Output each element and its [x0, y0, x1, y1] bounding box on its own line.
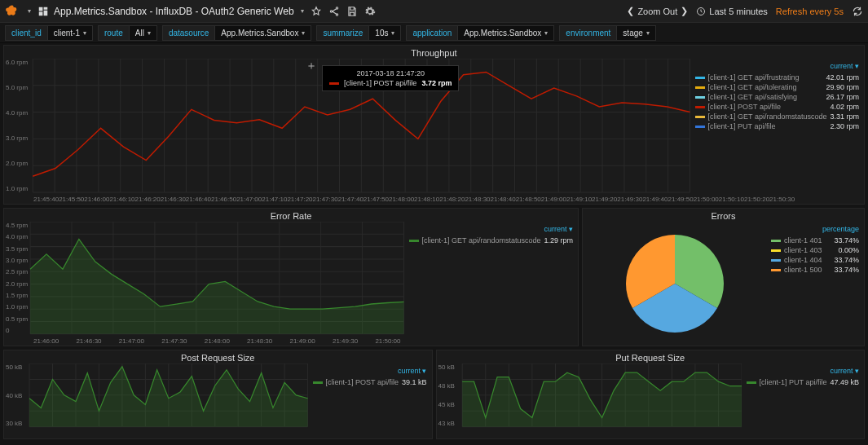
legend-swatch [695, 77, 705, 79]
grafana-logo[interactable] [5, 4, 20, 19]
panel-title[interactable]: Put Request Size [437, 350, 865, 363]
legend-value: 33.74% [834, 236, 859, 245]
clock-icon [696, 7, 706, 16]
legend-swatch [747, 381, 756, 384]
legend-value: 2.30 rpm [830, 122, 859, 130]
var-datasource[interactable]: datasource App.Metrics.Sandbox▾ [162, 25, 312, 41]
error-rate-chart[interactable]: 4.5 rpm4.0 rpm3.5 rpm3.0 rpm2.5 rpm2.0 r… [4, 222, 404, 346]
var-value: stage▾ [616, 25, 655, 41]
legend-item[interactable]: client-1 401 33.74% [771, 236, 859, 245]
legend-value: 4.02 rpm [830, 103, 859, 111]
panel-post-size: Post Request Size 50 kB40 kB30 kB curren… [3, 350, 433, 439]
legend-item[interactable]: [client-1] GET api/tolerating 29.90 rpm [695, 82, 859, 92]
legend-name: [client-1] PUT api/file [708, 122, 827, 130]
legend-value: 47.49 kB [830, 378, 859, 386]
refresh-icon[interactable] [852, 6, 863, 17]
legend-value: 3.31 rpm [830, 112, 859, 121]
legend-item[interactable]: [client-1] GET api/randomstatuscode 1.29… [409, 236, 573, 245]
var-client_id[interactable]: client_id client-1▾ [5, 25, 93, 41]
post-size-legend: current ▾ [client-1] POST api/file 39.1 … [308, 363, 432, 438]
legend-value: 39.1 kB [402, 378, 427, 386]
legend-item[interactable]: client-1 403 0.00% [771, 245, 859, 255]
panel-put-size: Put Request Size 50 kB48 kB45 kB43 kB cu… [436, 350, 866, 439]
time-forward-button[interactable]: ❯ [681, 6, 688, 16]
var-route[interactable]: route All▾ [98, 25, 157, 41]
legend-header[interactable]: current ▾ [409, 225, 573, 233]
legend-name: client-1 403 [784, 246, 835, 254]
legend-name: [client-1] PUT api/file [760, 378, 827, 386]
errors-legend: percentage client-1 401 33.74% client-1 … [766, 222, 864, 346]
legend-name: [client-1] POST api/file [708, 103, 827, 111]
legend-name: [client-1] GET api/satisfying [708, 93, 823, 101]
put-size-chart[interactable]: 50 kB48 kB45 kB43 kB [437, 363, 742, 438]
legend-name: client-1 500 [784, 266, 831, 274]
legend-item[interactable]: [client-1] GET api/randomstatuscode 3.31… [695, 112, 859, 121]
panel-title[interactable]: Error Rate [4, 209, 578, 222]
legend-item[interactable]: [client-1] GET api/satisfying 26.17 rpm [695, 92, 859, 102]
legend-header[interactable]: percentage [771, 225, 859, 233]
timerange-label: Last 5 minutes [709, 7, 768, 16]
legend-swatch [695, 126, 705, 128]
var-value: App.Metrics.Sandbox▾ [457, 25, 554, 41]
legend-swatch [695, 116, 705, 118]
legend-name: [client-1] GET api/tolerating [708, 83, 823, 91]
legend-name: client-1 401 [784, 236, 831, 245]
throughput-chart[interactable]: 6.0 rpm5.0 rpm4.0 rpm3.0 rpm2.0 rpm1.0 r… [4, 59, 690, 204]
title-caret-icon: ▾ [301, 7, 304, 15]
panel-title[interactable]: Errors [583, 209, 864, 222]
legend-item[interactable]: [client-1] GET api/frustrating 42.01 rpm [695, 73, 859, 82]
refresh-picker[interactable]: Refresh every 5s [776, 7, 844, 16]
legend-value: 0.00% [838, 246, 859, 254]
throughput-legend: current ▾ [client-1] GET api/frustrating… [690, 59, 864, 204]
menu-caret-icon[interactable]: ▾ [28, 7, 31, 15]
var-value: 10s▾ [368, 25, 401, 41]
gear-icon[interactable] [364, 6, 376, 17]
legend-value: 29.90 rpm [826, 83, 859, 91]
legend-value: 26.17 rpm [826, 93, 859, 101]
legend-item[interactable]: client-1 404 33.74% [771, 255, 859, 265]
panel-title[interactable]: Post Request Size [4, 350, 432, 363]
legend-header[interactable]: current ▾ [695, 62, 859, 70]
timerange-picker[interactable]: Last 5 minutes [696, 7, 768, 16]
zoom-out-button[interactable]: Zoom Out [637, 7, 677, 16]
legend-header[interactable]: current ▾ [747, 367, 859, 375]
legend-name: [client-1] POST api/file [326, 378, 399, 386]
var-application[interactable]: application App.Metrics.Sandbox▾ [406, 25, 554, 41]
var-value: App.Metrics.Sandbox▾ [214, 25, 311, 41]
var-label: application [406, 25, 457, 41]
legend-swatch [695, 86, 705, 89]
legend-item[interactable]: client-1 500 33.74% [771, 265, 859, 275]
post-size-chart[interactable]: 50 kB40 kB30 kB [4, 363, 308, 438]
topbar: ▾ App.Metrics.Sandbox - InfluxDB - OAuth… [0, 0, 868, 23]
var-value: All▾ [129, 25, 157, 41]
var-summarize[interactable]: summarize 10s▾ [316, 25, 401, 41]
legend-swatch [409, 240, 419, 242]
legend-item[interactable]: [client-1] PUT api/file 2.30 rpm [695, 121, 859, 131]
legend-item[interactable]: [client-1] POST api/file 39.1 kB [313, 377, 427, 387]
legend-value: 33.74% [834, 266, 859, 274]
save-icon[interactable] [346, 6, 358, 17]
legend-swatch [313, 381, 323, 384]
time-back-button[interactable]: ❮ [627, 6, 634, 16]
panel-throughput: Throughput 6.0 rpm5.0 rpm4.0 rpm3.0 rpm2… [3, 45, 865, 205]
legend-swatch [695, 106, 705, 108]
legend-value: 33.74% [834, 256, 859, 264]
var-environment[interactable]: environment stage▾ [559, 25, 656, 41]
star-icon[interactable] [311, 6, 322, 17]
errors-pie-chart[interactable] [583, 222, 766, 346]
panel-title[interactable]: Throughput [4, 46, 864, 59]
share-icon[interactable] [328, 6, 340, 17]
dashboard-title-picker[interactable]: App.Metrics.Sandbox - InfluxDB - OAuth2 … [37, 6, 304, 17]
var-label: route [98, 25, 129, 41]
var-label: environment [559, 25, 616, 41]
legend-swatch [695, 96, 705, 99]
error-rate-legend: current ▾ [client-1] GET api/randomstatu… [404, 222, 578, 346]
legend-name: [client-1] GET api/randomstatuscode [422, 236, 541, 245]
legend-item[interactable]: [client-1] PUT api/file 47.49 kB [747, 377, 859, 387]
legend-name: [client-1] GET api/randomstatuscode [708, 112, 827, 121]
time-nav: ❮ Zoom Out ❯ [627, 6, 688, 16]
legend-name: [client-1] GET api/frustrating [708, 73, 823, 82]
legend-swatch [771, 240, 781, 242]
legend-item[interactable]: [client-1] POST api/file 4.02 rpm [695, 102, 859, 112]
legend-header[interactable]: current ▾ [313, 367, 427, 375]
